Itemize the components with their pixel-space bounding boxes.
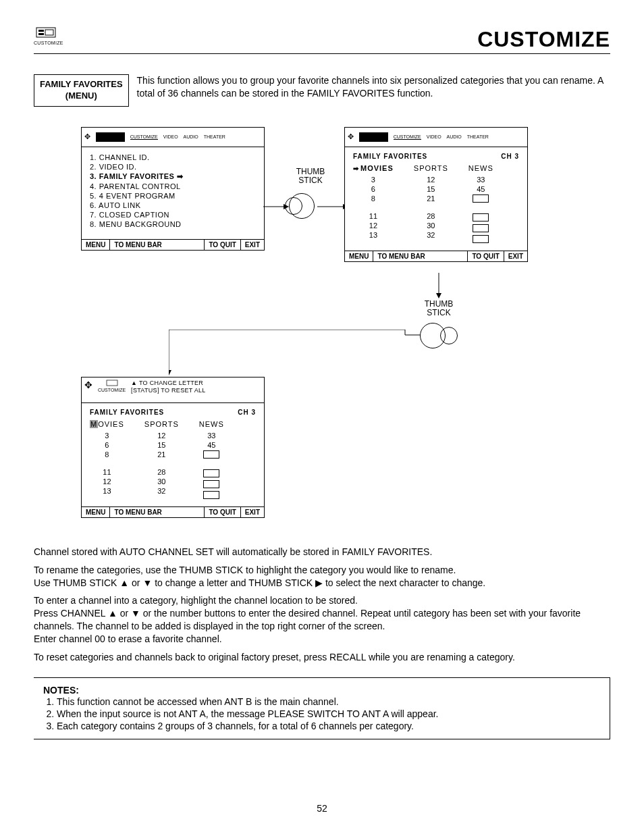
menubar-customize: CUSTOMIZE <box>394 134 421 140</box>
screen3-body: FAMILY FAVORITES CH 3 MOVIES 3 6 8 11 12… <box>82 403 264 506</box>
screen1-menubar: ✥ SETUP CUSTOMIZE VIDEO AUDIO THEATER <box>82 128 264 147</box>
page-number: 52 <box>0 803 644 814</box>
empty-slot <box>473 224 489 232</box>
screen1-menu-list: 1. CHANNEL ID. 2. VIDEO ID. 3. FAMILY FA… <box>82 147 264 239</box>
notes-label: NOTES: <box>43 685 84 696</box>
section-label-line2: (MENU) <box>40 90 123 102</box>
notes-box: NOTES: This function cannot be accessed … <box>34 677 610 739</box>
screen2-footer: MENU TO MENU BAR TO QUIT EXIT <box>345 251 527 261</box>
ff-cat-movies-edit: MOVIES <box>90 420 124 431</box>
svg-rect-1 <box>38 30 44 32</box>
diagram-area: ✥ SETUP CUSTOMIZE VIDEO AUDIO THEATER 1.… <box>34 127 610 532</box>
routing-line <box>169 330 425 384</box>
menubar-setup: SETUP <box>359 132 388 142</box>
screen3-menubar: ✥ CUSTOMIZE ▲ TO CHANGE LETTER [STATUS] … <box>82 377 264 403</box>
menubar-video: VIDEO <box>163 134 178 139</box>
arrow-right-1 <box>263 200 351 213</box>
svg-rect-2 <box>38 33 44 35</box>
notes-list: This function cannot be accessed when AN… <box>43 696 566 732</box>
screen2-menubar: ✥ SETUP CUSTOMIZE VIDEO AUDIO THEATER <box>345 128 527 147</box>
body-para-1: Channel stored with AUTO CHANNEL SET wil… <box>34 546 610 558</box>
note-2: When the input source is not ANT A, the … <box>57 708 566 720</box>
ff-ch-label: CH 3 <box>501 153 519 160</box>
ff-title: FAMILY FAVORITES <box>353 153 427 160</box>
body-para-3: To enter a channel into a category, high… <box>34 594 610 646</box>
screen-customize-menu: ✥ SETUP CUSTOMIZE VIDEO AUDIO THEATER 1.… <box>81 127 265 251</box>
ff-title: FAMILY FAVORITES <box>90 409 164 416</box>
svg-rect-0 <box>36 28 55 37</box>
ff-cat-sports: SPORTS <box>144 420 179 431</box>
footer-quit: TO QUIT <box>205 240 240 250</box>
screen1-footer: MENU TO MENU BAR TO QUIT EXIT <box>82 239 264 250</box>
svg-rect-3 <box>45 30 53 35</box>
menubar-setup: SETUP <box>96 132 125 142</box>
screen-family-favorites: ✥ SETUP CUSTOMIZE VIDEO AUDIO THEATER FA… <box>344 127 528 262</box>
menu-item-3-selected: 3. FAMILY FAVORITES ➡ <box>90 172 256 182</box>
menu-item-1: 1. CHANNEL ID. <box>90 153 256 162</box>
empty-slot <box>473 194 489 203</box>
thumbstick-label-1: THUMBSTICK <box>284 167 338 185</box>
note-1: This function cannot be accessed when AN… <box>57 696 566 708</box>
note-3: Each category contains 2 groups of 3 cha… <box>57 720 566 732</box>
menu-item-8: 8. MENU BACKGROUND <box>90 219 256 229</box>
menubar-customize: CUSTOMIZE <box>98 380 126 392</box>
menubar-theater: THEATER <box>204 134 225 139</box>
screen2-body: FAMILY FAVORITES CH 3 MOVIES 3 6 8 11 12… <box>345 147 527 251</box>
body-para-2: To rename the categories, use the THUMB … <box>34 564 610 590</box>
page-header: CUSTOMIZE CUSTOMIZE <box>34 27 610 54</box>
menubar-audio: AUDIO <box>447 134 462 139</box>
page-title: CUSTOMIZE <box>477 27 610 52</box>
header-icon-label: CUSTOMIZE <box>34 41 58 45</box>
menubar-audio: AUDIO <box>184 134 198 139</box>
arrow-down-1 <box>432 273 446 300</box>
intro-row: FAMILY FAVORITES (MENU) This function al… <box>34 74 610 107</box>
customize-header-icon: CUSTOMIZE <box>34 27 58 45</box>
empty-slot <box>473 235 489 243</box>
menubar-theater: THEATER <box>467 134 489 139</box>
svg-marker-10 <box>169 370 171 375</box>
ff-cat-sports: SPORTS <box>414 164 448 175</box>
screen-rename-category: ✥ CUSTOMIZE ▲ TO CHANGE LETTER [STATUS] … <box>81 377 265 518</box>
nav-arrows-icon: ✥ <box>348 132 354 141</box>
footer-menubar: TO MENU BAR <box>110 240 205 250</box>
body-para-4: To reset categories and channels back to… <box>34 651 610 664</box>
intro-text: This function allows you to group your f… <box>137 74 610 107</box>
menu-item-2: 2. VIDEO ID. <box>90 162 256 172</box>
section-label-line1: FAMILY FAVORITES <box>40 79 123 90</box>
screen3-hints: ▲ TO CHANGE LETTER [STATUS] TO RESET ALL <box>131 380 261 395</box>
thumbstick-label-2: THUMBSTICK <box>412 300 466 317</box>
footer-exit: EXIT <box>241 240 264 250</box>
ff-cat-news: NEWS <box>468 164 493 175</box>
ff-cat-movies: MOVIES <box>353 164 394 175</box>
menubar-video: VIDEO <box>427 134 441 139</box>
section-label-box: FAMILY FAVORITES (MENU) <box>34 74 129 107</box>
menu-item-7: 7. CLOSED CAPTION <box>90 210 256 219</box>
svg-marker-9 <box>436 293 441 298</box>
svg-marker-5 <box>284 204 289 209</box>
menubar-customize: CUSTOMIZE <box>130 134 158 140</box>
menu-item-5: 5. 4 EVENT PROGRAM <box>90 191 256 201</box>
nav-arrows-icon: ✥ <box>84 132 90 141</box>
menu-item-4: 4. PARENTAL CONTROL <box>90 182 256 191</box>
ff-cat-news: NEWS <box>199 420 224 431</box>
screen3-footer: MENU TO MENU BAR TO QUIT EXIT <box>82 506 264 517</box>
empty-slot <box>473 213 489 221</box>
ff-ch-label: CH 3 <box>238 409 256 416</box>
svg-rect-11 <box>107 380 117 386</box>
menu-item-6: 6. AUTO LINK <box>90 201 256 210</box>
nav-arrows-icon: ✥ <box>84 380 92 390</box>
footer-menu: MENU <box>82 240 110 250</box>
thumbstick-circle-2-inner <box>440 327 458 344</box>
